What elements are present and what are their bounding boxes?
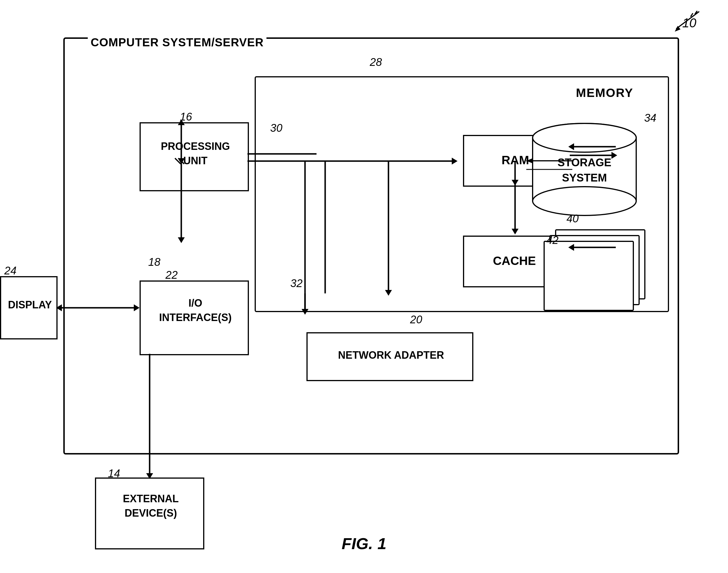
io-interface-box: I/OINTERFACE(S) <box>140 280 249 355</box>
io-interface-label: I/OINTERFACE(S) <box>149 296 241 325</box>
svg-line-0 <box>676 11 699 29</box>
network-adapter-label: NETWORK ADAPTER <box>325 349 457 361</box>
io-ref: 22 <box>165 269 178 281</box>
memory-box: MEMORY RAM 30 CACHE 32 <box>255 76 669 312</box>
display-label: DISPLAY <box>7 299 53 311</box>
memory-ref: 28 <box>370 56 382 68</box>
bus-ref: 18 <box>148 256 160 268</box>
external-device-label: EXTERNALDEVICE(S) <box>105 491 197 521</box>
display-box: DISPLAY <box>0 276 57 340</box>
main-computer-box: COMPUTER SYSTEM/SERVER MEMORY RAM 30 CAC… <box>63 37 679 455</box>
network-adapter-box: NETWORK ADAPTER <box>306 332 473 381</box>
proc-ref: 16 <box>180 111 192 123</box>
network-ref: 20 <box>410 314 422 326</box>
processing-unit-box: PROCESSINGUNIT <box>140 122 249 191</box>
diagram-container: 10 COMPUTER SYSTEM/SERVER MEMORY RAM 30 … <box>0 0 728 573</box>
external-device-box: EXTERNALDEVICE(S) <box>95 477 204 550</box>
figure-label: FIG. 1 <box>342 534 386 553</box>
display-ref: 24 <box>4 265 16 277</box>
ext-ref: 14 <box>108 467 120 480</box>
svg-marker-12 <box>526 158 532 163</box>
processing-unit-label: PROCESSINGUNIT <box>149 139 241 168</box>
main-box-label: COMPUTER SYSTEM/SERVER <box>88 36 266 49</box>
